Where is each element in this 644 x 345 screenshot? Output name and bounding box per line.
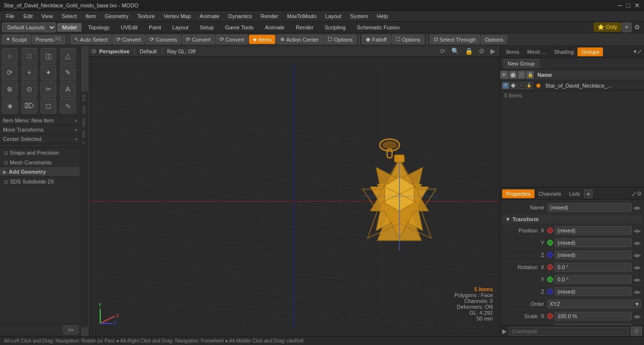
viewport-play-button[interactable]: ▶ — [489, 47, 497, 55]
layout-only-btn[interactable]: ⭐ Only — [594, 23, 621, 32]
right-top-expand-button[interactable]: ⤢ — [637, 48, 642, 55]
auto-select-button[interactable]: ↖ Auto Select — [70, 35, 111, 44]
menu-vertex-map[interactable]: Vertex Map — [160, 12, 195, 20]
menu-dynamics[interactable]: Dynamics — [224, 12, 256, 20]
tool-diamond[interactable]: ◈ — [2, 98, 18, 114]
viewport-settings-button[interactable]: ⚙ — [477, 47, 486, 55]
layout-tab-paint[interactable]: Paint — [144, 23, 166, 32]
new-group-button[interactable]: New Group — [503, 59, 539, 68]
item-wire-icon[interactable]: □ — [518, 82, 525, 89]
prop-x-dot[interactable] — [547, 228, 553, 233]
default-layouts-dropdown[interactable]: Default Layouts — [2, 23, 56, 32]
close-button[interactable]: ✕ — [634, 1, 640, 9]
command-submit-button[interactable]: ⊙ — [631, 326, 642, 336]
tool-box[interactable]: □ — [22, 48, 37, 64]
prop-rotation-z-value[interactable]: (mixed) — [555, 287, 632, 296]
props-settings-button[interactable]: ⚙ — [637, 190, 642, 197]
col-lock-icon[interactable]: 🔒 — [526, 71, 534, 79]
layout-tab-setup[interactable]: Setup — [195, 23, 219, 32]
layout-tab-scripting[interactable]: Scripting — [320, 23, 351, 32]
snaps-precision-item[interactable]: ⊡ Snaps and Precision — [0, 148, 80, 158]
sculpt-button[interactable]: ✦ Sculpt — [2, 35, 31, 44]
prop-sx-dot[interactable] — [547, 313, 553, 319]
viewport-perspective-label[interactable]: Perspective — [99, 48, 130, 54]
layout-tab-model[interactable]: Model — [57, 23, 82, 32]
viewport-default-label[interactable]: Default — [140, 48, 157, 54]
prop-pos-x-arrow-icon[interactable]: ◀▶ — [633, 228, 641, 233]
convert1-button[interactable]: ⟳ Convert — [112, 35, 145, 44]
convert2-button[interactable]: ⟳ Convert — [182, 35, 215, 44]
col-eye-icon[interactable]: 👁 — [500, 71, 508, 79]
tool-delete[interactable]: ⌦ — [22, 98, 37, 114]
prop-rz-dot[interactable] — [547, 289, 553, 295]
tool-rect[interactable]: ◻ — [41, 98, 56, 114]
more-tools-button[interactable]: >> — [63, 325, 78, 334]
tab-shading[interactable]: Shading — [550, 47, 577, 56]
prop-rotation-x-value[interactable]: 0.0 ° — [555, 263, 632, 272]
layout-settings-button[interactable]: ⚙ — [632, 23, 642, 32]
maximize-button[interactable]: □ — [626, 1, 630, 9]
select-through-button[interactable]: ⊡ Select Through — [430, 35, 480, 44]
command-input[interactable] — [509, 327, 629, 336]
viewport-raygl-label[interactable]: Ray GL: Off — [167, 48, 196, 54]
prop-z-dot[interactable] — [547, 252, 553, 258]
prop-ry-dot[interactable] — [547, 276, 553, 282]
viewport-orbit-button[interactable]: ⟳ — [439, 47, 447, 55]
prop-name-value[interactable]: (mixed) — [547, 203, 632, 212]
prop-rot-y-arrow-icon[interactable]: ◀▶ — [633, 277, 641, 282]
layout-tab-layout[interactable]: Layout — [167, 23, 193, 32]
tool-loop[interactable]: ⊙ — [22, 81, 37, 97]
converts-button[interactable]: ⟳ Converts — [146, 35, 181, 44]
prop-scale-x-value[interactable]: 100.0 % — [555, 312, 632, 321]
presets-button[interactable]: Presets F6 — [32, 35, 65, 44]
tab-groups[interactable]: Groups — [577, 47, 603, 56]
menu-maxtomodo[interactable]: MaxToModo — [283, 12, 320, 20]
viewport[interactable]: Perspective Default Ray GL: Off ⟳ 🔍 🔒 ⚙ … — [89, 46, 500, 336]
convert3-button[interactable]: ⟳ Convert — [216, 35, 248, 44]
menu-file[interactable]: File — [2, 12, 19, 20]
prop-y-dot[interactable] — [547, 240, 553, 246]
mesh-constraints-item[interactable]: ⊡ Mesh Constraints — [0, 158, 80, 167]
menu-select[interactable]: Select — [58, 12, 81, 20]
add-geometry-section[interactable]: ▶ Add Geometry — [0, 167, 80, 177]
menu-help[interactable]: Help — [373, 12, 392, 20]
tab-mesh[interactable]: Mesh ... — [523, 47, 550, 56]
viewport-dot[interactable] — [91, 49, 96, 54]
prop-name-arrow-icon[interactable]: ◀▶ — [633, 205, 641, 210]
item-menu-row[interactable]: Item Menu: New Item ▾ — [0, 116, 80, 125]
prop-rx-dot[interactable] — [547, 264, 553, 270]
col-render-icon[interactable]: ⬤ — [509, 71, 517, 79]
menu-texture[interactable]: Texture — [133, 12, 159, 20]
prop-position-z-value[interactable]: (mixed) — [555, 251, 632, 259]
menu-item[interactable]: Item — [82, 12, 100, 20]
tab-items[interactable]: Items — [502, 47, 523, 56]
tool-pen[interactable]: ✎ — [60, 65, 76, 80]
props-expand-button[interactable]: ⤢ — [631, 190, 637, 198]
prop-position-x-value[interactable]: (mixed) — [555, 226, 632, 235]
tool-add[interactable]: ⊕ — [2, 81, 18, 97]
layout-tab-uvedit[interactable]: UVEdit — [116, 23, 142, 32]
layout-tab-schematic[interactable]: Schematic Fusion — [352, 23, 404, 32]
item-render-icon[interactable]: ⬤ — [510, 82, 517, 89]
prop-scale-x-arrow-icon[interactable]: ◀▶ — [633, 314, 641, 319]
props-add-button[interactable]: + — [584, 189, 593, 198]
falloff-button[interactable]: ◉ Falloff — [362, 35, 391, 44]
menu-layout[interactable]: Layout — [321, 12, 345, 20]
prop-rot-x-arrow-icon[interactable]: ◀▶ — [633, 265, 641, 270]
col-wire-icon[interactable]: □ — [518, 71, 526, 79]
menu-view[interactable]: View — [38, 12, 57, 20]
tool-cone[interactable]: △ — [60, 48, 76, 64]
tool-cut[interactable]: ✂ — [41, 81, 56, 97]
prop-pos-y-arrow-icon[interactable]: ◀▶ — [633, 240, 641, 246]
item-lock-icon[interactable]: 🔓 — [526, 82, 533, 89]
prop-pos-z-arrow-icon[interactable]: ◀▶ — [633, 253, 641, 258]
prop-position-y-value[interactable]: (mixed) — [555, 238, 632, 247]
tool-cylinder[interactable]: ◫ — [41, 48, 56, 64]
minimize-button[interactable]: ─ — [618, 1, 622, 9]
action-center-button[interactable]: ⊕ Action Center — [276, 35, 323, 44]
layout-tab-render[interactable]: Render — [291, 23, 318, 32]
tool-star[interactable]: ✦ — [41, 65, 56, 80]
menu-edit[interactable]: Edit — [20, 12, 37, 20]
center-selected-row[interactable]: Center Selected ▾ — [0, 135, 80, 144]
prop-order-dropdown[interactable]: XYZ ▾ — [547, 299, 641, 308]
